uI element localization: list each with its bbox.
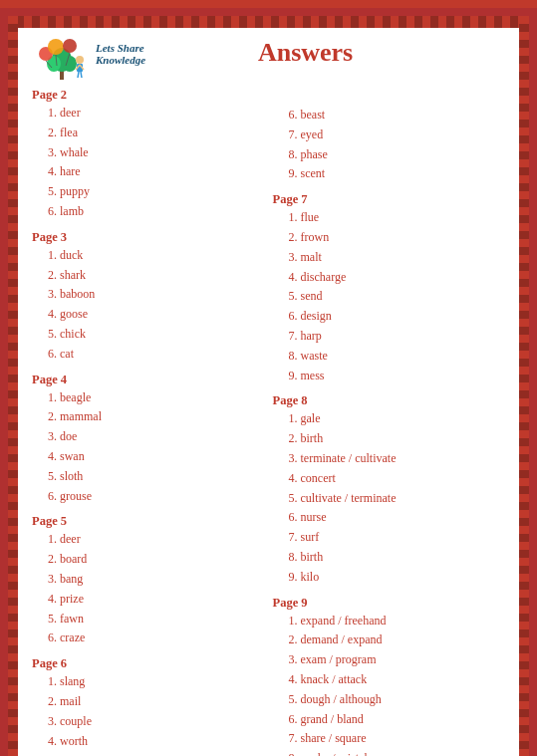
- answer-item: 5. chick: [32, 325, 265, 345]
- answer-item: 2. frown: [273, 228, 506, 248]
- answer-item: 8. waste: [273, 347, 506, 367]
- answer-item: 6. grouse: [32, 487, 265, 507]
- answer-item: 4. worth: [32, 732, 265, 752]
- top-border: [8, 16, 529, 28]
- answer-item: 2. mail: [32, 692, 265, 712]
- page-label: Page 2: [32, 88, 265, 103]
- answer-item: 4. hare: [32, 162, 265, 182]
- answer-item: 3. couple: [32, 712, 265, 732]
- left-column: Page 21. deer2. flea3. whale4. hare5. pu…: [32, 88, 265, 756]
- answer-item: 3. bang: [32, 570, 265, 590]
- page-label: Page 3: [32, 230, 265, 245]
- answer-item: 2. flea: [32, 124, 265, 143]
- answer-item: 3. malt: [273, 248, 506, 268]
- answer-item: 1. deer: [32, 104, 265, 124]
- answer-item: 1. beagle: [32, 388, 265, 408]
- answer-item: 9. kilo: [273, 568, 506, 588]
- left-border: [8, 16, 18, 756]
- page-label: Page 7: [273, 192, 506, 207]
- answer-item: 1. slang: [32, 672, 265, 692]
- svg-point-5: [48, 39, 64, 55]
- answer-item: 1. gale: [273, 409, 506, 429]
- answer-item: 2. demand / expand: [273, 630, 506, 650]
- answer-item: 6. lamb: [32, 202, 265, 222]
- answer-item: 7. harp: [273, 327, 506, 347]
- answer-item: 5. puppy: [32, 182, 265, 202]
- logo: [32, 38, 92, 86]
- page-label: Page 8: [273, 393, 506, 408]
- answer-item: 5. fawn: [32, 610, 265, 630]
- page-label: Page 6: [32, 656, 265, 671]
- svg-line-15: [81, 72, 82, 78]
- answer-item: 4. prize: [32, 590, 265, 610]
- answer-item: 5. sloth: [32, 467, 265, 487]
- logo-text-line2: Knowledge: [96, 54, 145, 66]
- answer-item: 7. eyed: [273, 126, 506, 145]
- page-label: Page 4: [32, 373, 265, 387]
- answer-item: 4. knack / attack: [273, 670, 506, 690]
- answer-item: 7. surf: [273, 528, 506, 548]
- answer-item: 3. exam / program: [273, 650, 506, 670]
- answer-item: 2. shark: [32, 266, 265, 286]
- page-title: Answers: [258, 38, 353, 67]
- right-border: [519, 16, 529, 756]
- answer-item: 5. gear: [32, 751, 265, 756]
- answer-item: 1. duck: [32, 246, 265, 266]
- logo-text-line1: Lets Share: [96, 42, 145, 54]
- answer-item: 8. phase: [273, 145, 506, 165]
- answer-item: 3. doe: [32, 427, 265, 447]
- page-label: Page 5: [32, 514, 265, 529]
- answer-item: 4. swan: [32, 447, 265, 467]
- answer-item: 3. baboon: [32, 285, 265, 305]
- answer-item: 2. board: [32, 550, 265, 570]
- answer-item: 4. goose: [32, 305, 265, 325]
- answer-item: 5. cultivate / terminate: [273, 489, 506, 509]
- answer-item: 6. design: [273, 307, 506, 327]
- svg-point-3: [63, 56, 77, 72]
- answer-item: 5. send: [273, 287, 506, 307]
- svg-point-6: [63, 39, 77, 53]
- answer-item: 6. grand / bland: [273, 710, 506, 730]
- answer-item: 2. mammal: [32, 407, 265, 427]
- answer-item: 2. birth: [273, 429, 506, 449]
- answer-item: 6. craze: [32, 629, 265, 648]
- answer-item: 4. concert: [273, 469, 506, 489]
- answer-item: 7. share / square: [273, 729, 506, 749]
- answer-item: 3. terminate / cultivate: [273, 449, 506, 469]
- right-column: 6. beast7. eyed8. phase9. scentPage 71. …: [273, 88, 506, 756]
- answer-item: 8. birth: [273, 548, 506, 568]
- answer-item: 9. scent: [273, 164, 506, 184]
- answer-item: 5. dough / although: [273, 690, 506, 710]
- page-label: Page 9: [273, 596, 506, 611]
- answer-item: 4. discharge: [273, 268, 506, 288]
- answer-item: 6. nurse: [273, 508, 506, 528]
- answer-item: 1. flue: [273, 208, 506, 228]
- answer-item: 6. beast: [273, 106, 506, 126]
- answer-item: 9. mess: [273, 367, 506, 386]
- answer-item: 1. deer: [32, 530, 265, 550]
- answer-item: 8. quake / mistake: [273, 749, 506, 756]
- svg-point-10: [76, 56, 84, 64]
- answer-item: 1. expand / freehand: [273, 612, 506, 631]
- answer-item: 6. cat: [32, 345, 265, 365]
- answer-item: 3. whale: [32, 143, 265, 163]
- svg-line-14: [78, 72, 79, 78]
